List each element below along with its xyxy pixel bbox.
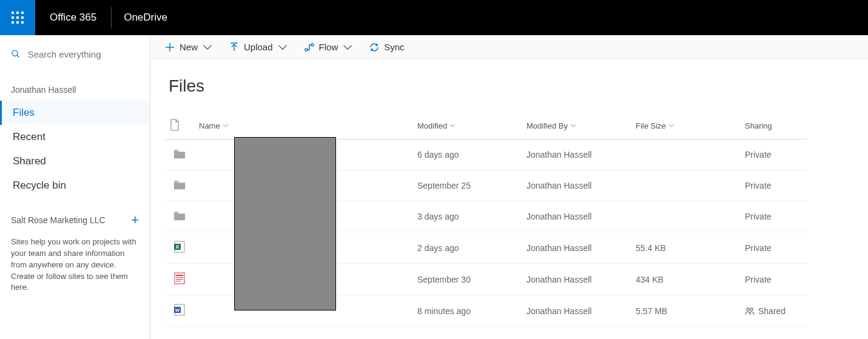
- sync-label: Sync: [384, 42, 404, 52]
- svg-point-9: [12, 50, 18, 56]
- chevron-down-icon: [223, 123, 229, 129]
- cell-modified-by: Jonathan Hassell: [522, 170, 631, 201]
- col-header-file-size[interactable]: File Size: [631, 113, 740, 139]
- owner-label: Jonathan Hassell: [0, 73, 150, 101]
- org-label: Salt Rose Marketing LLC: [11, 215, 106, 225]
- sidebar: Jonathan Hassell Files Recent Shared Rec…: [0, 35, 150, 339]
- chevron-down-icon: [668, 123, 675, 129]
- svg-rect-1: [16, 12, 19, 14]
- svg-rect-8: [21, 21, 24, 24]
- svg-rect-0: [12, 12, 14, 14]
- svg-rect-25: [176, 277, 183, 278]
- sidebar-item-recycle-bin[interactable]: Recycle bin: [0, 173, 150, 198]
- cell-modified: 2 days ago: [412, 232, 522, 264]
- svg-rect-19: [174, 212, 178, 213]
- svg-rect-7: [16, 21, 19, 24]
- add-site-button[interactable]: +: [131, 212, 139, 228]
- cell-modified: September 25: [412, 170, 522, 201]
- cell-modified: 6 days ago: [412, 139, 522, 170]
- svg-point-32: [750, 307, 753, 310]
- cell-modified-by: Jonathan Hassell: [522, 232, 631, 264]
- new-button[interactable]: New: [165, 42, 212, 52]
- brand-label[interactable]: Office 365: [35, 12, 111, 24]
- cell-modified-by: Jonathan Hassell: [522, 295, 631, 327]
- svg-rect-18: [174, 181, 178, 183]
- cell-size: [631, 139, 740, 170]
- cell-modified-by: Jonathan Hassell: [522, 264, 631, 295]
- upload-icon: [229, 42, 239, 52]
- plus-icon: [165, 42, 175, 52]
- svg-rect-24: [176, 275, 183, 276]
- chevron-down-icon: [203, 42, 212, 52]
- sidebar-item-recent[interactable]: Recent: [0, 125, 150, 149]
- shared-icon: [745, 307, 755, 315]
- svg-text:W: W: [175, 307, 180, 313]
- svg-rect-4: [16, 16, 19, 19]
- redacted-names-block: [234, 137, 336, 310]
- cell-sharing: Private: [740, 139, 807, 170]
- svg-line-10: [17, 55, 19, 58]
- svg-rect-23: [175, 273, 184, 284]
- sync-icon: [369, 42, 379, 52]
- cell-size: 5.57 MB: [631, 295, 740, 327]
- cell-size: [631, 170, 740, 201]
- cell-sharing: Private: [740, 232, 807, 264]
- col-header-type[interactable]: [165, 113, 194, 139]
- cell-sharing: Private: [740, 170, 807, 201]
- cell-modified-by: Jonathan Hassell: [522, 201, 631, 232]
- sites-help-text: Sites help you work on projects with you…: [0, 233, 150, 297]
- col-header-name[interactable]: Name: [194, 113, 412, 139]
- cell-sharing: Shared: [740, 295, 807, 327]
- svg-point-15: [305, 49, 308, 51]
- search-input[interactable]: [28, 49, 139, 59]
- cell-size: [631, 201, 740, 232]
- chevron-down-icon: [278, 42, 288, 52]
- sync-button[interactable]: Sync: [369, 42, 404, 52]
- flow-icon: [304, 42, 314, 52]
- flow-label: Flow: [319, 42, 338, 52]
- sidebar-item-shared[interactable]: Shared: [0, 149, 150, 173]
- col-header-sharing[interactable]: Sharing: [740, 113, 807, 139]
- flow-button[interactable]: Flow: [304, 42, 353, 52]
- word-file-icon: W: [174, 304, 185, 316]
- folder-icon: [173, 210, 186, 221]
- svg-text:X: X: [175, 244, 179, 250]
- svg-rect-6: [12, 21, 14, 24]
- svg-point-31: [747, 307, 749, 310]
- col-header-modified-by[interactable]: Modified By: [522, 113, 631, 139]
- svg-rect-17: [174, 150, 178, 152]
- command-bar: New Upload Flow Sync: [150, 35, 868, 59]
- page-title: Files: [169, 76, 807, 96]
- svg-rect-27: [176, 281, 181, 281]
- cell-modified: 3 days ago: [412, 201, 522, 232]
- app-header: Office 365 OneDrive: [0, 0, 868, 35]
- cell-sharing: Private: [740, 264, 807, 295]
- cell-size: 55.4 KB: [631, 232, 740, 264]
- search-icon: [11, 49, 21, 59]
- folder-icon: [173, 149, 186, 159]
- cell-modified: September 30: [412, 264, 522, 295]
- excel-file-icon: X: [174, 241, 185, 253]
- app-name-label[interactable]: OneDrive: [112, 12, 180, 24]
- cell-sharing: Private: [740, 201, 807, 232]
- svg-rect-5: [21, 16, 24, 19]
- col-header-modified[interactable]: Modified: [412, 113, 522, 139]
- upload-label: Upload: [244, 42, 273, 52]
- folder-icon: [173, 180, 186, 190]
- svg-rect-2: [21, 12, 24, 14]
- new-label: New: [180, 42, 198, 52]
- sidebar-item-files[interactable]: Files: [0, 101, 150, 125]
- app-launcher-button[interactable]: [0, 0, 35, 35]
- svg-rect-26: [176, 279, 183, 280]
- cell-size: 434 KB: [631, 264, 740, 295]
- waffle-icon: [12, 12, 24, 24]
- svg-point-16: [311, 44, 314, 46]
- upload-button[interactable]: Upload: [229, 42, 288, 52]
- search-box[interactable]: [0, 41, 150, 67]
- pdf-file-icon: [174, 272, 185, 284]
- cell-modified: 8 minutes ago: [412, 295, 522, 327]
- file-icon: [170, 119, 180, 131]
- chevron-down-icon: [449, 123, 456, 129]
- chevron-down-icon: [570, 123, 576, 129]
- chevron-down-icon: [343, 42, 352, 52]
